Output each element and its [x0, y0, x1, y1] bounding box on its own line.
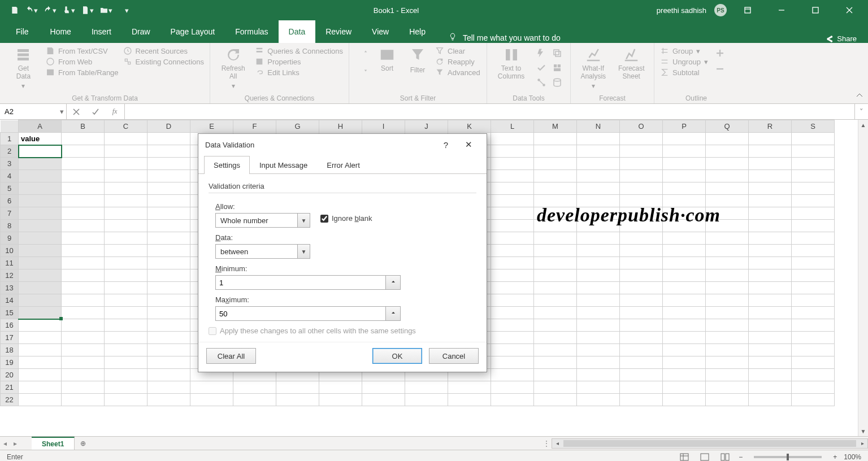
cell-N20[interactable] — [577, 369, 620, 381]
cell-I22[interactable] — [362, 394, 405, 406]
cell-S7[interactable] — [792, 207, 835, 220]
cell-S21[interactable] — [792, 381, 835, 394]
cell-L17[interactable] — [491, 332, 534, 344]
cell-M15[interactable] — [534, 307, 577, 319]
row-header-12[interactable]: 12 — [1, 269, 19, 282]
tab-data[interactable]: Data — [279, 20, 316, 43]
cell-B8[interactable] — [62, 220, 105, 232]
enter-icon[interactable] — [86, 108, 105, 116]
cell-D7[interactable] — [147, 207, 190, 220]
flash-fill-icon[interactable] — [534, 46, 549, 60]
tab-page-layout[interactable]: Page Layout — [160, 20, 225, 43]
hscroll-thumb[interactable] — [563, 440, 856, 447]
cell-R6[interactable] — [749, 195, 792, 207]
cell-P12[interactable] — [663, 269, 706, 282]
from-table-range[interactable]: From Table/Range — [46, 68, 119, 77]
cell-B2[interactable] — [62, 145, 105, 158]
forecast-sheet-button[interactable]: Forecast Sheet — [615, 46, 649, 81]
cell-P1[interactable] — [663, 133, 706, 145]
cell-M21[interactable] — [534, 381, 577, 394]
cell-A19[interactable] — [19, 356, 62, 369]
cell-P3[interactable] — [663, 158, 706, 170]
cell-B21[interactable] — [62, 381, 105, 394]
open-icon[interactable]: ▾ — [99, 6, 112, 15]
col-header-L[interactable]: L — [491, 120, 534, 133]
cell-R14[interactable] — [749, 294, 792, 307]
new-sheet-icon[interactable]: ⊕ — [75, 437, 92, 450]
cell-C10[interactable] — [105, 245, 147, 257]
cell-L9[interactable] — [491, 232, 534, 245]
cell-B10[interactable] — [62, 245, 105, 257]
show-detail-icon[interactable] — [713, 46, 727, 60]
cell-D22[interactable] — [147, 394, 190, 406]
scroll-down-icon[interactable]: ▼ — [858, 426, 868, 436]
cell-O21[interactable] — [620, 381, 663, 394]
subtotal-button[interactable]: Subtotal — [660, 68, 708, 77]
cell-L8[interactable] — [491, 220, 534, 232]
maximize-icon[interactable] — [802, 0, 828, 20]
col-header-F[interactable]: F — [233, 120, 276, 133]
cell-A4[interactable] — [19, 170, 62, 182]
cell-O13[interactable] — [620, 282, 663, 294]
cell-S9[interactable] — [792, 232, 835, 245]
cell-O20[interactable] — [620, 369, 663, 381]
col-header-K[interactable]: K — [448, 120, 491, 133]
cell-C7[interactable] — [105, 207, 147, 220]
tell-me[interactable]: Tell me what you want to do — [436, 32, 561, 43]
clear-all-button[interactable]: Clear All — [206, 348, 256, 364]
row-header-19[interactable]: 19 — [1, 356, 19, 369]
cell-S4[interactable] — [792, 170, 835, 182]
sheet-nav-next-icon[interactable]: ▸ — [10, 437, 20, 450]
cell-C8[interactable] — [105, 220, 147, 232]
cell-C12[interactable] — [105, 269, 147, 282]
cell-Q4[interactable] — [706, 170, 749, 182]
cell-Q16[interactable] — [706, 319, 749, 332]
filter-button[interactable]: Filter — [405, 46, 431, 75]
cell-O4[interactable] — [620, 170, 663, 182]
dialog-close-icon[interactable]: ✕ — [457, 134, 480, 155]
cell-P4[interactable] — [663, 170, 706, 182]
cell-N12[interactable] — [577, 269, 620, 282]
cell-M3[interactable] — [534, 158, 577, 170]
col-header-J[interactable]: J — [405, 120, 448, 133]
tab-home[interactable]: Home — [40, 20, 81, 43]
dialog-tab-settings[interactable]: Settings — [204, 156, 250, 174]
close-icon[interactable] — [836, 0, 862, 20]
cell-R4[interactable] — [749, 170, 792, 182]
cell-M5[interactable] — [534, 182, 577, 195]
cell-A7[interactable] — [19, 207, 62, 220]
cell-L5[interactable] — [491, 182, 534, 195]
collapse-ribbon-icon[interactable] — [856, 92, 863, 101]
ok-button[interactable]: OK — [372, 348, 422, 364]
cell-L15[interactable] — [491, 307, 534, 319]
cell-R10[interactable] — [749, 245, 792, 257]
cell-D10[interactable] — [147, 245, 190, 257]
cell-M10[interactable] — [534, 245, 577, 257]
tab-review[interactable]: Review — [315, 20, 362, 43]
cell-O2[interactable] — [620, 145, 663, 158]
cell-N16[interactable] — [577, 319, 620, 332]
cell-B11[interactable] — [62, 257, 105, 269]
cell-O18[interactable] — [620, 344, 663, 356]
cell-P5[interactable] — [663, 182, 706, 195]
tab-view[interactable]: View — [362, 20, 399, 43]
cell-Q14[interactable] — [706, 294, 749, 307]
cell-R1[interactable] — [749, 133, 792, 145]
cell-D20[interactable] — [147, 369, 190, 381]
row-header-2[interactable]: 2 — [1, 145, 19, 158]
cell-E22[interactable] — [190, 394, 233, 406]
cell-P16[interactable] — [663, 319, 706, 332]
cell-P13[interactable] — [663, 282, 706, 294]
cell-D5[interactable] — [147, 182, 190, 195]
cell-L22[interactable] — [491, 394, 534, 406]
cell-C13[interactable] — [105, 282, 147, 294]
cell-Q9[interactable] — [706, 232, 749, 245]
cell-A1[interactable]: value — [19, 133, 62, 145]
cell-A21[interactable] — [19, 381, 62, 394]
cell-S8[interactable] — [792, 220, 835, 232]
cell-F22[interactable] — [233, 394, 276, 406]
cell-A17[interactable] — [19, 332, 62, 344]
col-header-M[interactable]: M — [534, 120, 577, 133]
cell-N18[interactable] — [577, 344, 620, 356]
cell-L2[interactable] — [491, 145, 534, 158]
